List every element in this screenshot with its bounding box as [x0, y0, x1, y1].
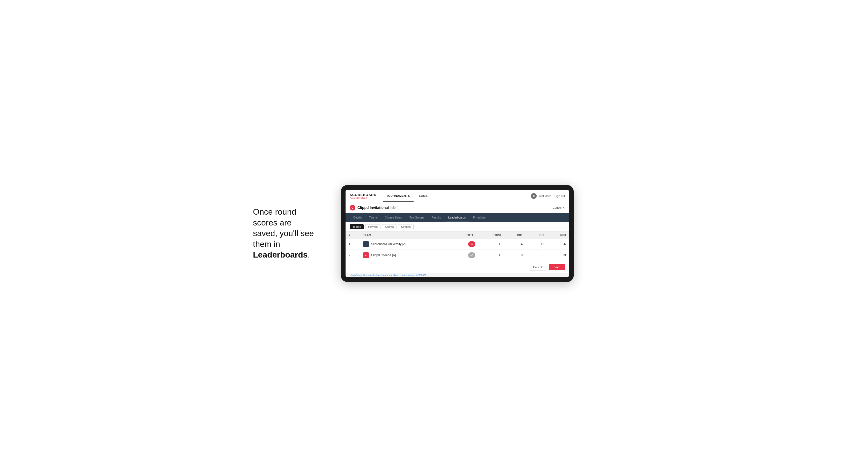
tab-printables[interactable]: Printables [469, 213, 489, 222]
tab-course-setup[interactable]: Course Setup [381, 213, 406, 222]
table-header-row: # TEAM TOTAL THRU RD1 RD2 RD3 [345, 232, 569, 239]
cell-rank: 2 [345, 250, 360, 261]
col-rank: # [345, 232, 360, 239]
leaderboard-table: # TEAM TOTAL THRU RD1 RD2 RD3 1 ▪ Scor [345, 232, 569, 261]
tab-leaderboards[interactable]: Leaderboards [444, 213, 469, 222]
table-row: 2 C Clippd College [A] +3 F +8 -8 +3 [345, 250, 569, 261]
team-logo: ▪ [363, 241, 369, 247]
tournament-title: Clippd Invitational [358, 206, 389, 210]
user-name: Test User | [539, 194, 552, 197]
url-display: https://stage-blue-coach.stagescoreboard… [350, 274, 426, 276]
desc-line1: Once round [253, 207, 296, 216]
avatar: S [531, 193, 537, 199]
logo-text: SCOREBOARD [350, 193, 377, 197]
tabs-bar: Details Teams Course Setup Tee Groups Re… [345, 213, 569, 222]
cell-rd2: -8 [526, 250, 548, 261]
tournament-subtitle: (Men) [390, 206, 398, 210]
col-thru: THRU [478, 232, 504, 239]
tournament-icon: C [350, 205, 355, 211]
sub-tabs: Teams Players Scores Strokes [345, 222, 569, 232]
team-logo: C [363, 252, 369, 258]
desc-line3: saved, you'll see [253, 228, 314, 238]
subtab-players[interactable]: Players [365, 224, 380, 229]
col-rd3: RD3 [547, 232, 569, 239]
tab-tee-groups[interactable]: Tee Groups [406, 213, 428, 222]
save-button[interactable]: Save [549, 264, 565, 270]
score-badge: +3 [468, 252, 475, 258]
col-rd2: RD2 [526, 232, 548, 239]
team-name: Scoreboard University [A] [371, 242, 406, 246]
cell-rd3: -6 [547, 239, 569, 250]
footer-cancel-button[interactable]: Cancel [529, 264, 546, 271]
score-badge: -5 [468, 241, 475, 247]
close-icon: ✕ [562, 206, 565, 210]
col-total: TOTAL [451, 232, 478, 239]
footer-bar: Cancel Save [345, 261, 569, 273]
nav-teams[interactable]: TEAMS [413, 190, 431, 202]
cell-rd3: +3 [547, 250, 569, 261]
tournament-header: C Clippd Invitational (Men) Cancel ✕ [345, 202, 569, 213]
cell-rank: 1 [345, 239, 360, 250]
desc-period: . [308, 250, 310, 259]
top-nav: SCOREBOARD Powered by clippd TOURNAMENTS… [345, 190, 569, 202]
tab-results[interactable]: Results [428, 213, 444, 222]
col-rd1: RD1 [504, 232, 526, 239]
subtab-scores[interactable]: Scores [382, 224, 397, 229]
nav-tournaments[interactable]: TOURNAMENTS [383, 190, 413, 202]
cell-rd1: -4 [504, 239, 526, 250]
table-row: 1 ▪ Scoreboard University [A] -5 F -4 +5… [345, 239, 569, 250]
nav-right: S Test User | Sign out [531, 193, 565, 199]
status-bar: https://stage-blue-coach.stagescoreboard… [345, 273, 569, 277]
cell-total: +3 [451, 250, 478, 261]
tablet-frame: SCOREBOARD Powered by clippd TOURNAMENTS… [341, 185, 574, 282]
subtab-teams[interactable]: Teams [350, 224, 364, 229]
left-description: Once round scores are saved, you'll see … [253, 207, 326, 260]
logo-area: SCOREBOARD Powered by clippd [350, 193, 377, 199]
cell-rd1: +8 [504, 250, 526, 261]
cell-team: C Clippd College [A] [360, 250, 450, 261]
cell-thru: F [478, 239, 504, 250]
cell-rd2: +5 [526, 239, 548, 250]
cell-thru: F [478, 250, 504, 261]
tournament-cancel-button[interactable]: Cancel ✕ [553, 206, 565, 210]
col-team: TEAM [360, 232, 450, 239]
tab-teams[interactable]: Teams [366, 213, 381, 222]
logo-sub: Powered by clippd [350, 197, 377, 199]
cell-total: -5 [451, 239, 478, 250]
cell-team: ▪ Scoreboard University [A] [360, 239, 450, 250]
table-area: # TEAM TOTAL THRU RD1 RD2 RD3 1 ▪ Scor [345, 232, 569, 261]
nav-links: TOURNAMENTS TEAMS [383, 190, 431, 202]
desc-line5-bold: Leaderboards [253, 250, 308, 259]
tablet-screen: SCOREBOARD Powered by clippd TOURNAMENTS… [345, 190, 569, 277]
team-name: Clippd College [A] [371, 253, 396, 257]
desc-line4: them in [253, 240, 280, 249]
tab-details[interactable]: Details [350, 213, 366, 222]
desc-line2: scores are [253, 218, 291, 227]
sign-out-link[interactable]: Sign out [555, 194, 565, 197]
subtab-strokes[interactable]: Strokes [398, 224, 413, 229]
